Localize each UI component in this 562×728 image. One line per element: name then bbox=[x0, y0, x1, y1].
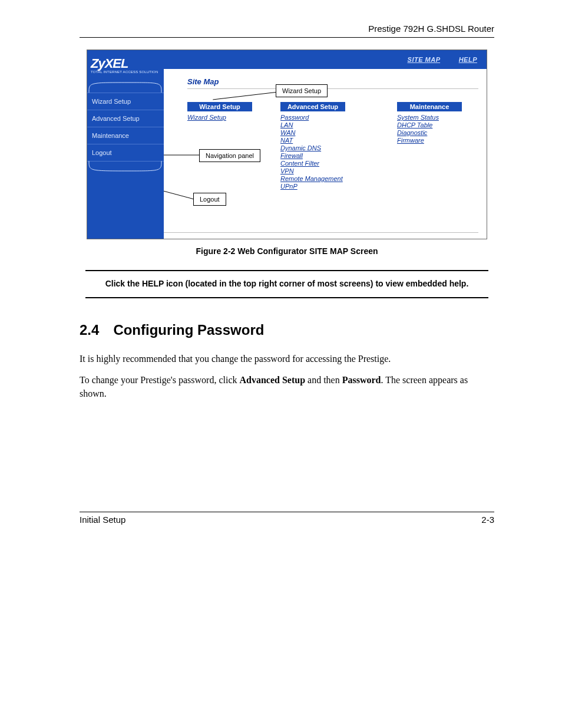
col-wizard: Wizard Setup Wizard Setup bbox=[187, 102, 252, 190]
col-advanced: Advanced Setup Password LAN WAN NAT Dyna… bbox=[280, 102, 345, 190]
page-footer: Initial Setup 2-3 bbox=[80, 512, 494, 525]
link-dhcp-table[interactable]: DHCP Table bbox=[397, 121, 462, 129]
col-maintenance-title: Maintenance bbox=[397, 102, 462, 111]
brace-curve-bottom bbox=[87, 161, 164, 174]
link-diagnostic[interactable]: Diagnostic bbox=[397, 129, 462, 136]
page-header: Prestige 792H G.SHDSL Router bbox=[80, 24, 494, 38]
figure-sitemap: Wizard Setup Navigation panel Logout ZyX… bbox=[87, 50, 487, 256]
content-area: SITE MAP HELP Site Map Wizard Setup Wiza… bbox=[164, 50, 487, 239]
section-number: 2.4 bbox=[80, 322, 99, 338]
link-remote-management[interactable]: Remote Management bbox=[280, 175, 345, 182]
nav-advanced-setup[interactable]: Advanced Setup bbox=[87, 110, 164, 127]
logo-tagline: Total Internet Access Solution bbox=[91, 70, 160, 74]
nav-maintenance[interactable]: Maintenance bbox=[87, 127, 164, 144]
section-title-text: Configuring Password bbox=[113, 322, 264, 338]
nav-wizard-setup[interactable]: Wizard Setup bbox=[87, 93, 164, 110]
logo-brand: ZyXEL bbox=[91, 56, 160, 71]
callout-logout: Logout bbox=[193, 193, 226, 206]
para-1: It is highly recommended that you change… bbox=[80, 353, 494, 365]
figure-caption: Figure 2-2 Web Configurator SITE MAP Scr… bbox=[87, 246, 487, 256]
col-advanced-title: Advanced Setup bbox=[280, 102, 345, 111]
footer-page-number: 2-3 bbox=[481, 515, 494, 525]
link-upnp[interactable]: UPnP bbox=[280, 183, 345, 190]
brace-curve-top bbox=[87, 80, 164, 93]
router-ui-screenshot: Wizard Setup Navigation panel Logout ZyX… bbox=[87, 50, 487, 239]
callout-wizard-setup: Wizard Setup bbox=[276, 84, 328, 97]
link-nat[interactable]: NAT bbox=[280, 137, 345, 144]
content-footer-rule bbox=[164, 232, 478, 233]
link-vpn[interactable]: VPN bbox=[280, 167, 345, 174]
navigation-panel: ZyXEL Total Internet Access Solution Wiz… bbox=[87, 50, 164, 239]
link-sitemap[interactable]: SITE MAP bbox=[408, 56, 441, 63]
link-dynamic-dns[interactable]: Dynamic DNS bbox=[280, 144, 345, 151]
link-password[interactable]: Password bbox=[280, 114, 345, 121]
callout-navigation-panel: Navigation panel bbox=[199, 149, 260, 162]
nav-logout[interactable]: Logout bbox=[87, 144, 164, 162]
top-links: SITE MAP HELP bbox=[164, 50, 487, 69]
product-name: Prestige 792H G.SHDSL Router bbox=[368, 24, 494, 34]
help-note: Click the HELP icon (located in the top … bbox=[85, 270, 488, 298]
para-2: To change your Prestige's password, clic… bbox=[80, 374, 494, 400]
link-wizard-setup[interactable]: Wizard Setup bbox=[187, 114, 252, 121]
col-maintenance: Maintenance System Status DHCP Table Dia… bbox=[397, 102, 462, 190]
footer-section: Initial Setup bbox=[80, 515, 125, 525]
section-heading: 2.4Configuring Password bbox=[80, 322, 494, 338]
link-lan[interactable]: LAN bbox=[280, 121, 345, 129]
link-help[interactable]: HELP bbox=[459, 56, 477, 63]
link-firmware[interactable]: Firmware bbox=[397, 137, 462, 144]
content-heading: Site Map bbox=[187, 77, 478, 89]
link-system-status[interactable]: System Status bbox=[397, 114, 462, 121]
logo: ZyXEL Total Internet Access Solution bbox=[87, 52, 164, 80]
col-wizard-title: Wizard Setup bbox=[187, 102, 252, 111]
link-content-filter[interactable]: Content Filter bbox=[280, 160, 345, 167]
link-wan[interactable]: WAN bbox=[280, 129, 345, 136]
link-firewall[interactable]: Firewall bbox=[280, 152, 345, 159]
